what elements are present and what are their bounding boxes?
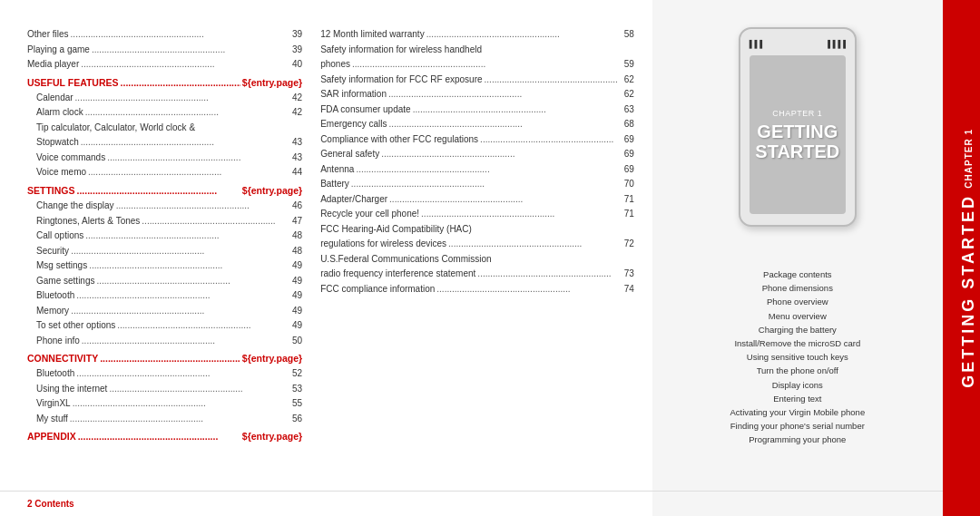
toc-entry: Safety information for FCC RF exposure..… (320, 73, 634, 87)
toc-label: FCC compliance information (320, 282, 435, 297)
toc-page: 59 (620, 57, 634, 72)
toc-label: Antenna (320, 162, 354, 177)
toc-label: To set other options (36, 318, 115, 333)
toc-label: phones (320, 57, 350, 72)
toc-entry: Battery.................................… (320, 177, 634, 191)
toc-entry: radio frequency interference statement..… (320, 267, 634, 281)
toc-label: My stuff (36, 412, 68, 426)
battery-icon: ▐▐▐▐ (825, 40, 846, 48)
toc-dots: ........................................… (426, 27, 618, 42)
toc-page: 62 (620, 87, 634, 102)
toc-page: 44 (288, 165, 302, 180)
toc-dots: ........................................… (76, 366, 286, 381)
toc-page: 58 (620, 27, 634, 42)
toc-entry: U.S.Federal Communications Commission (320, 252, 634, 267)
toc-label: Media player (27, 57, 79, 72)
chapter-list-item: Phone overview (671, 295, 925, 308)
chapter-list-item: Display icons (671, 378, 925, 392)
toc-entry: Safety information for wireless handheld (320, 43, 634, 57)
toc-dots: ........................................… (381, 147, 618, 161)
toc-entry: regulations for wireless devices........… (320, 237, 634, 251)
toc-page: 74 (620, 282, 634, 297)
toc-page: 56 (288, 412, 302, 426)
sidebar-title: GETTING STARTED (960, 194, 978, 388)
toc-page: 46 (288, 199, 302, 213)
toc-page: 49 (288, 258, 302, 273)
toc-page-num: ${entry.page} (242, 183, 302, 198)
chapter-list-item: Charging the battery (671, 323, 925, 336)
toc-entry: Other files.............................… (27, 27, 302, 42)
toc-entry: FDA consumer update.....................… (320, 102, 634, 117)
toc-page: 48 (288, 229, 302, 243)
phone-chapter-label: CHAPTER 1 (772, 109, 822, 118)
toc-label: Security (36, 244, 69, 258)
chapter-panel: ▌▌▌ ▐▐▐▐ CHAPTER 1 GETTINGSTARTED Packag… (652, 0, 943, 516)
toc-dots: ........................................… (75, 91, 287, 105)
toc-dots: ........................................… (71, 244, 286, 258)
toc-label: Tip calculator, Calculator, World clock … (36, 121, 195, 135)
toc-label: radio frequency interference statement (320, 267, 475, 281)
toc-dots: ........................................… (448, 237, 618, 251)
toc-page: 39 (288, 27, 302, 42)
toc-entry: phones..................................… (320, 57, 634, 72)
toc-dots: ........................................… (71, 27, 287, 42)
toc-page: 71 (620, 207, 634, 221)
toc-entry: My stuff................................… (27, 412, 302, 426)
toc-area: Other files.............................… (0, 0, 652, 516)
toc-entry: FCC compliance information..............… (320, 282, 634, 297)
toc-header-label: APPENDIX (27, 429, 76, 443)
toc-entry: Voice memo..............................… (27, 165, 302, 180)
toc-label: Ringtones, Alerts & Tones (36, 214, 140, 229)
toc-page: 72 (620, 237, 634, 251)
toc-page: 69 (620, 147, 634, 161)
chapter-list-item: Phone dimensions (671, 281, 925, 295)
toc-entry: Ringtones, Alerts & Tones...............… (27, 214, 302, 229)
toc-page: 73 (620, 267, 634, 281)
toc-header-label: SETTINGS (27, 183, 75, 198)
toc-label: Alarm clock (36, 105, 83, 120)
toc-label: Compliance with other FCC regulations (320, 132, 478, 147)
toc-dots: ........................................… (121, 75, 240, 90)
toc-dots: ........................................… (73, 396, 287, 411)
toc-label: Other files (27, 27, 69, 42)
toc-label: Change the display (36, 199, 114, 213)
toc-section-header: USEFUL FEATURES.........................… (27, 75, 302, 90)
toc-page: 68 (620, 117, 634, 131)
toc-dots: ........................................… (352, 57, 618, 72)
toc-label: General safety (320, 147, 379, 161)
toc-dots: ........................................… (89, 258, 286, 273)
toc-entry: Media player............................… (27, 57, 302, 72)
chapter-list-item: Install/Remove the microSD card (671, 336, 925, 350)
chapter-list-item: Activating your Virgin Mobile phone (671, 405, 925, 419)
toc-label: Safety information for wireless handheld (320, 43, 482, 57)
toc-dots: ........................................… (485, 73, 618, 87)
toc-page: 39 (288, 43, 302, 57)
toc-page: 42 (288, 105, 302, 120)
toc-page-num: ${entry.page} (242, 75, 302, 90)
toc-entry: Stopwatch...............................… (27, 135, 302, 150)
toc-page: 50 (288, 334, 302, 348)
toc-label: Phone info (36, 334, 80, 348)
toc-dots: ........................................… (92, 43, 286, 57)
toc-label: regulations for wireless devices (320, 237, 446, 251)
toc-label: Battery (320, 177, 349, 191)
phone-status-bar: ▌▌▌ ▐▐▐▐ (750, 40, 846, 48)
toc-col-2: 12 Month limited warranty...............… (320, 27, 634, 498)
toc-dots: ........................................… (71, 304, 286, 318)
toc-page: 52 (288, 366, 302, 381)
toc-page: 62 (620, 73, 634, 87)
toc-entry: Calendar................................… (27, 91, 302, 105)
toc-header-label: CONNECTIVITY (27, 351, 98, 365)
toc-entry: Antenna.................................… (320, 162, 634, 177)
toc-entry: FCC Hearing-Aid Compatibility (HAC) (320, 222, 634, 237)
footer-text: 2 Contents (27, 499, 74, 509)
toc-label: Call options (36, 229, 83, 243)
toc-entry: SAR information.........................… (320, 87, 634, 102)
toc-label: Emergency calls (320, 117, 387, 131)
toc-dots: ........................................… (389, 117, 618, 131)
toc-dots: ........................................… (116, 199, 287, 213)
toc-dots: ........................................… (351, 177, 618, 191)
toc-entry: Voice commands..........................… (27, 151, 302, 165)
toc-dots: ........................................… (117, 318, 286, 333)
toc-entry: General safety..........................… (320, 147, 634, 161)
